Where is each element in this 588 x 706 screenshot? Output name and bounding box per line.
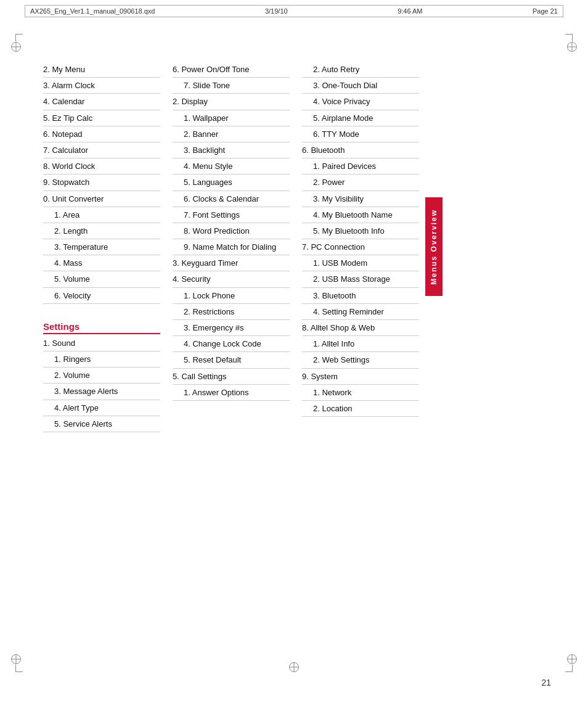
list-item: 2. Power xyxy=(302,174,419,191)
list-item: 3. Message Alerts xyxy=(43,384,160,400)
list-item: 6. Notepad xyxy=(43,126,160,142)
list-item: 8. Alltel Shop & Web xyxy=(302,320,419,336)
right-menu-items: 2. Auto Retry3. One-Touch Dial4. Voice P… xyxy=(302,62,419,417)
list-item: 1. Answer Options xyxy=(173,385,290,401)
list-item: 2. Restrictions xyxy=(173,304,290,320)
reg-mark-bottom xyxy=(289,662,299,672)
list-item: 3. My Visibility xyxy=(302,191,419,207)
list-item: 6. Power On/Off Tone xyxy=(173,62,290,78)
list-item: 2. Auto Retry xyxy=(302,62,419,78)
list-item: 3. Emergency #s xyxy=(173,320,290,336)
list-item: 3. One-Touch Dial xyxy=(302,78,419,94)
list-item: 4. Calendar xyxy=(43,94,160,110)
list-item: 2. Web Settings xyxy=(302,352,419,368)
left-menu-items: 2. My Menu3. Alarm Clock4. Calendar5. Ez… xyxy=(43,62,160,304)
list-item: 5. Reset Default xyxy=(173,352,290,368)
list-item: 0. Unit Converter xyxy=(43,191,160,207)
list-item: 9. Stopwatch xyxy=(43,174,160,191)
list-item: 3. Backlight xyxy=(173,142,290,158)
page-number: 21 xyxy=(541,678,551,688)
list-item: 2. Display xyxy=(173,94,290,110)
sidebar-tab-text: Menus Overview xyxy=(430,209,438,285)
list-item: 6. Clocks & Calendar xyxy=(173,191,290,207)
list-item: 1. Area xyxy=(43,207,160,223)
list-item: 1. Wallpaper xyxy=(173,110,290,126)
list-item: 8. Word Prediction xyxy=(173,223,290,239)
list-item: 7. Font Settings xyxy=(173,207,290,223)
header-time: 9:46 AM xyxy=(398,7,422,15)
list-item: 4. Menu Style xyxy=(173,158,290,174)
list-item: 4. Alert Type xyxy=(43,400,160,416)
sidebar-tab: Menus Overview xyxy=(425,197,443,296)
list-item: 4. My Bluetooth Name xyxy=(302,207,419,223)
list-item: 5. Volume xyxy=(43,271,160,287)
list-item: 1. Sound xyxy=(43,335,160,351)
list-item: 2. Volume xyxy=(43,367,160,384)
header-bar: AX265_Eng_Ver1.1_manual_090618.qxd 3/19/… xyxy=(25,5,563,17)
corner-mark-tl xyxy=(15,34,28,46)
header-date: 3/19/10 xyxy=(265,7,288,15)
reg-mark-bottom-left xyxy=(11,654,21,664)
list-item: 5. Languages xyxy=(173,174,290,191)
list-item: 6. TTY Mode xyxy=(302,126,419,142)
reg-mark-bottom-right xyxy=(567,654,577,664)
mid-menu-items: 6. Power On/Off Tone7. Slide Tone2. Disp… xyxy=(173,62,290,401)
list-item: 1. Lock Phone xyxy=(173,288,290,304)
list-item: 3. Alarm Clock xyxy=(43,78,160,94)
list-item: 9. Name Match for Dialing xyxy=(173,239,290,255)
list-item: 6. Bluetooth xyxy=(302,142,419,158)
list-item: 3. Bluetooth xyxy=(302,288,419,304)
list-item: 4. Change Lock Code xyxy=(173,336,290,352)
list-item: 2. Length xyxy=(43,223,160,239)
corner-mark-tr xyxy=(560,34,573,46)
list-item: 8. World Clock xyxy=(43,158,160,174)
list-item: 1. Network xyxy=(302,385,419,401)
list-item: 7. PC Connection xyxy=(302,239,419,255)
list-item: 3. Temperature xyxy=(43,239,160,255)
list-item: 7. Calculator xyxy=(43,142,160,158)
list-item: 9. System xyxy=(302,369,419,385)
column-right: 2. Auto Retry3. One-Touch Dial4. Voice P… xyxy=(296,62,425,657)
main-content: 2. My Menu3. Alarm Clock4. Calendar5. Ez… xyxy=(37,62,551,657)
list-item: 4. Security xyxy=(173,271,290,287)
list-item: 2. USB Mass Storage xyxy=(302,271,419,287)
list-item: 4. Mass xyxy=(43,255,160,271)
list-item: 5. Ez Tip Calc xyxy=(43,110,160,126)
header-filename: AX265_Eng_Ver1.1_manual_090618.qxd xyxy=(30,7,155,15)
list-item: 5. Service Alerts xyxy=(43,416,160,432)
list-item: 1. Alltel Info xyxy=(302,336,419,352)
list-item: 1. Paired Devices xyxy=(302,158,419,174)
list-item: 2. Location xyxy=(302,401,419,417)
list-item: 5. Airplane Mode xyxy=(302,110,419,126)
settings-menu-items: 1. Sound1. Ringers2. Volume3. Message Al… xyxy=(43,335,160,432)
header-page-label: Page 21 xyxy=(533,7,558,15)
list-item: 7. Slide Tone xyxy=(173,78,290,94)
list-item: 1. Ringers xyxy=(43,351,160,367)
list-item: 2. My Menu xyxy=(43,62,160,78)
settings-heading: Settings xyxy=(43,321,160,334)
list-item: 1. USB Modem xyxy=(302,255,419,271)
list-item: 3. Keyguard Timer xyxy=(173,255,290,271)
list-item: 5. Call Settings xyxy=(173,369,290,385)
column-mid: 6. Power On/Off Tone7. Slide Tone2. Disp… xyxy=(166,62,296,657)
list-item: 6. Velocity xyxy=(43,288,160,304)
list-item: 4. Setting Reminder xyxy=(302,304,419,320)
list-item: 2. Banner xyxy=(173,126,290,142)
list-item: 5. My Bluetooth Info xyxy=(302,223,419,239)
list-item: 4. Voice Privacy xyxy=(302,94,419,110)
column-left: 2. My Menu3. Alarm Clock4. Calendar5. Ez… xyxy=(37,62,166,657)
